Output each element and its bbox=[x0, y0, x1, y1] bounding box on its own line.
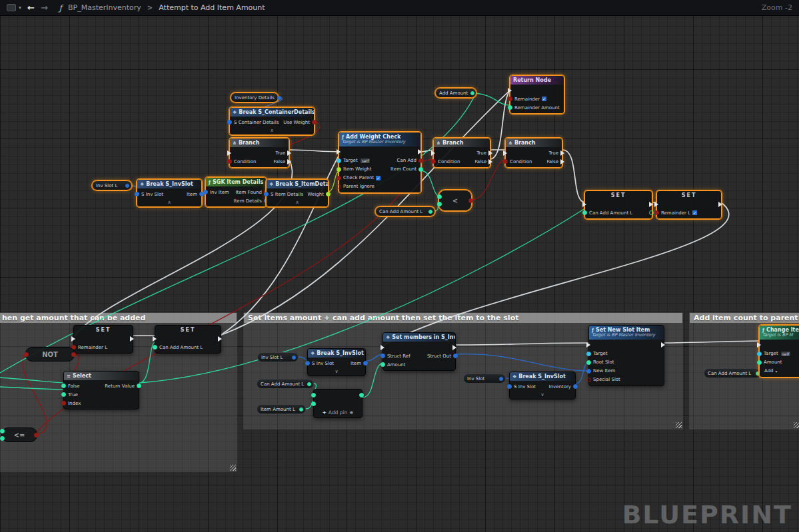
bool-pin[interactable] bbox=[418, 158, 423, 163]
set-remainder-lower[interactable]: SETRemainder L bbox=[73, 325, 133, 354]
collapse-down-icon[interactable]: ∨ bbox=[510, 392, 575, 399]
exec-pin[interactable] bbox=[508, 88, 512, 93]
int-pin[interactable] bbox=[299, 407, 303, 411]
item-amount-l-pill[interactable]: Item Amount L bbox=[257, 404, 306, 414]
exec-wire[interactable] bbox=[562, 150, 585, 202]
self-default-value[interactable]: self bbox=[780, 351, 792, 357]
exec-pin[interactable] bbox=[287, 150, 291, 156]
sgk-item-details[interactable]: ƒSGK Item DetailsInv ItemItem FoundItem … bbox=[205, 177, 267, 207]
int-wire[interactable] bbox=[476, 93, 510, 105]
int-pin[interactable] bbox=[582, 210, 587, 215]
int-pin[interactable] bbox=[437, 194, 442, 199]
can-add-amount-l-pill-3[interactable]: Can Add Amount L bbox=[704, 368, 762, 378]
collapse-down-icon[interactable]: ∨ bbox=[308, 369, 365, 376]
set-can-add-amount-upper[interactable]: SETCan Add Amount L bbox=[584, 190, 652, 219]
set-can-add-amount-lower[interactable]: SETCan Add Amount L bbox=[155, 325, 221, 354]
bool-pin[interactable] bbox=[61, 401, 66, 405]
break-s-itemdetails[interactable]: ❖Break S_ItemDetailsS Item DetailsWeight… bbox=[266, 179, 329, 207]
app-caret-icon[interactable]: ▾ bbox=[19, 5, 21, 11]
not-node[interactable]: NOT bbox=[25, 347, 75, 362]
forward-button[interactable]: → bbox=[41, 3, 48, 13]
app-icon[interactable] bbox=[7, 4, 16, 11]
exec-pin[interactable] bbox=[488, 150, 492, 156]
can-add-amount-l-pill-2[interactable]: Can Add Amount L bbox=[257, 379, 314, 389]
add-pin-row[interactable]: +Add pin⊕ bbox=[314, 409, 362, 417]
branch-2[interactable]: ⋔BranchConditionTrueFalse bbox=[433, 138, 490, 168]
add-weight-check[interactable]: ƒAdd Weight CheckTarget is BP Master Inv… bbox=[339, 132, 421, 193]
int-pin[interactable] bbox=[311, 393, 316, 398]
self-default-value[interactable]: self bbox=[360, 158, 371, 164]
bool-pin[interactable] bbox=[312, 120, 317, 125]
object-pin[interactable] bbox=[757, 352, 762, 356]
bool-pin[interactable] bbox=[24, 352, 29, 357]
struct-pin[interactable] bbox=[135, 192, 139, 196]
int-pin[interactable] bbox=[61, 392, 66, 397]
exec-pin[interactable] bbox=[71, 336, 75, 342]
add-pin-icon[interactable]: ⊕ bbox=[349, 409, 353, 415]
inv-slot-l-pill-2[interactable]: Inv Slot L bbox=[257, 352, 299, 362]
int-wire[interactable] bbox=[420, 170, 439, 196]
int-pin[interactable] bbox=[437, 202, 442, 206]
comment-resize-handle[interactable] bbox=[676, 422, 682, 428]
exec-pin[interactable] bbox=[227, 150, 231, 156]
float-pin[interactable] bbox=[337, 167, 341, 172]
bool-pin[interactable] bbox=[654, 210, 659, 215]
object-pin[interactable] bbox=[586, 352, 591, 356]
blueprint-canvas[interactable]: hen get amount that can be addedSet item… bbox=[0, 0, 799, 532]
branch-1[interactable]: ⋔BranchConditionTrueFalse bbox=[229, 138, 289, 168]
struct-pin[interactable] bbox=[586, 369, 591, 374]
pin-checkbox[interactable]: ✓ bbox=[692, 210, 697, 215]
bool-pin[interactable] bbox=[337, 184, 341, 189]
bool-pin[interactable] bbox=[34, 433, 39, 437]
add-amount-pill[interactable]: Add Amount bbox=[435, 88, 476, 98]
bool-pin[interactable] bbox=[468, 198, 473, 203]
struct-pin[interactable] bbox=[203, 190, 208, 194]
exec-pin[interactable] bbox=[661, 342, 665, 348]
int-pin[interactable] bbox=[470, 91, 474, 95]
bool-pin[interactable] bbox=[431, 159, 436, 164]
exec-pin[interactable] bbox=[718, 202, 722, 207]
comment-title[interactable]: hen get amount that can be added bbox=[0, 313, 237, 323]
break-s-containerdetails[interactable]: ❖Break S_ContainerDetailsS Container Det… bbox=[229, 107, 315, 135]
exec-pin[interactable] bbox=[381, 345, 385, 350]
bool-pin[interactable] bbox=[337, 176, 341, 180]
int-pin[interactable] bbox=[586, 360, 591, 365]
pin-checkbox[interactable]: ✓ bbox=[376, 176, 381, 180]
struct-pin[interactable] bbox=[292, 356, 296, 360]
bool-pin[interactable] bbox=[71, 352, 76, 357]
exec-wire[interactable] bbox=[289, 150, 341, 152]
struct-pin[interactable] bbox=[507, 384, 512, 389]
select-node[interactable]: ≡SelectFalseTrueIndexReturn Value bbox=[63, 371, 139, 409]
int-pin[interactable] bbox=[757, 360, 762, 365]
int-pin[interactable] bbox=[428, 210, 432, 214]
break-s-invslot-2[interactable]: ❖Break S_InvSlotS Inv SlotItem∨ bbox=[307, 348, 366, 376]
less-than-node[interactable]: < bbox=[438, 190, 472, 211]
int-pin[interactable] bbox=[359, 393, 364, 398]
exec-pin[interactable] bbox=[418, 149, 422, 154]
pin-checkbox[interactable]: ✓ bbox=[542, 97, 546, 101]
exec-pin[interactable] bbox=[431, 150, 435, 156]
int-pin[interactable] bbox=[311, 401, 316, 406]
exec-pin[interactable] bbox=[757, 342, 761, 348]
less-equal-node[interactable]: <= bbox=[1, 427, 37, 442]
exec-pin[interactable] bbox=[287, 159, 291, 164]
struct-pin[interactable] bbox=[227, 120, 232, 125]
inventory-details-pill[interactable]: Inventory Details bbox=[231, 93, 279, 103]
return-node[interactable]: Return NodeRemainder✓Remainder Amount bbox=[510, 75, 564, 114]
int-pin[interactable] bbox=[0, 436, 5, 441]
exec-pin[interactable] bbox=[452, 345, 456, 350]
change-item[interactable]: ƒChange ItemTarget is BP MTargetselfAmou… bbox=[759, 325, 799, 378]
exec-pin[interactable] bbox=[560, 150, 564, 156]
int-pin[interactable] bbox=[307, 382, 311, 386]
breadcrumb-root[interactable]: BP_MasterInventory bbox=[68, 3, 141, 12]
can-add-amount-l-pill-1[interactable]: Can Add Amount L bbox=[375, 206, 435, 216]
bool-pin[interactable] bbox=[586, 378, 591, 382]
comment-title[interactable]: Add item count to parent for it bbox=[690, 313, 799, 323]
exec-pin[interactable] bbox=[218, 336, 222, 342]
struct-pin[interactable] bbox=[277, 96, 281, 100]
comment-title[interactable]: Set items amount + can add amount then s… bbox=[244, 313, 682, 323]
set-new-slot-item[interactable]: ƒSet New Slot ItemTarget is BP Master In… bbox=[588, 325, 664, 386]
branch-3[interactable]: ⋔BranchConditionTrueFalse bbox=[505, 138, 562, 168]
int-pin[interactable] bbox=[649, 210, 654, 215]
object-pin[interactable] bbox=[337, 158, 341, 163]
